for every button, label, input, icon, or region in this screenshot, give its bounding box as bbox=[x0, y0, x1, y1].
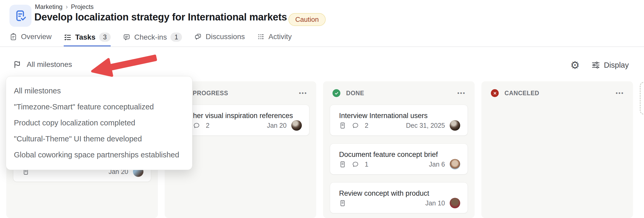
view-controls: ⚙ Display bbox=[570, 59, 629, 71]
assignee-avatar bbox=[450, 198, 460, 208]
project-logo bbox=[9, 5, 31, 27]
description-icon bbox=[339, 122, 346, 129]
column-done: DONE ••• Interview International users 2 bbox=[323, 81, 475, 218]
dropdown-item-product-copy[interactable]: Product copy localization completed bbox=[6, 115, 192, 131]
task-title: Document feature concept brief bbox=[339, 151, 459, 159]
flag-icon bbox=[13, 60, 22, 69]
assignee-avatar bbox=[450, 120, 460, 131]
task-title: her visual inspiration references bbox=[193, 112, 300, 120]
display-button-label: Display bbox=[604, 61, 629, 70]
task-title: Interview International users bbox=[339, 112, 459, 120]
tab-activity[interactable]: Activity bbox=[257, 33, 292, 45]
column-title: PROGRESS bbox=[193, 90, 228, 97]
breadcrumb-projects[interactable]: Projects bbox=[71, 3, 94, 10]
comment-bubble-icon bbox=[123, 33, 131, 41]
tab-overview-label: Overview bbox=[21, 33, 52, 41]
due-date: Jan 6 bbox=[429, 161, 445, 168]
task-card[interactable]: Document feature concept brief 1 Jan 6 bbox=[330, 143, 468, 174]
comments-icon bbox=[193, 122, 200, 129]
checklist-icon bbox=[64, 33, 72, 41]
tab-tasks[interactable]: Tasks 3 bbox=[64, 33, 111, 47]
breadcrumb: Marketing › Projects bbox=[35, 3, 94, 10]
column-menu-button[interactable]: ••• bbox=[299, 91, 307, 96]
display-button[interactable]: Display bbox=[591, 61, 629, 70]
done-check-icon bbox=[332, 89, 340, 97]
tab-checkins[interactable]: Check-ins 1 bbox=[123, 33, 182, 45]
tabs-divider bbox=[0, 46, 644, 47]
due-date: Dec 31, 2025 bbox=[406, 122, 445, 129]
breadcrumb-separator: › bbox=[66, 3, 68, 10]
comments-count: 2 bbox=[365, 122, 368, 129]
dropdown-item-all-milestones[interactable]: All milestones bbox=[6, 83, 192, 99]
milestone-filter-trigger[interactable]: All milestones bbox=[13, 60, 72, 69]
tab-overview[interactable]: Overview bbox=[9, 33, 52, 45]
comments-icon bbox=[352, 122, 359, 129]
page-title: Develop localization strategy for Intern… bbox=[34, 12, 287, 23]
column-title: CANCELED bbox=[505, 90, 539, 97]
comments-count: 1 bbox=[365, 161, 368, 168]
task-card[interactable]: Review concept with product Jan 10 bbox=[330, 182, 468, 213]
milestone-dropdown-menu: All milestones "Timezone-Smart" feature … bbox=[6, 76, 192, 170]
dropdown-item-timezone-smart[interactable]: "Timezone-Smart" feature conceptualized bbox=[6, 99, 192, 115]
task-card[interactable]: Interview International users 2 Dec 31, … bbox=[330, 105, 468, 136]
document-check-icon bbox=[13, 9, 28, 23]
sliders-icon bbox=[591, 61, 600, 70]
canceled-x-icon bbox=[491, 89, 499, 97]
due-date: Jan 20 bbox=[267, 122, 287, 129]
discussion-icon bbox=[194, 33, 202, 41]
breadcrumb-marketing[interactable]: Marketing bbox=[35, 3, 62, 10]
tab-checkins-label: Check-ins bbox=[134, 33, 167, 41]
column-title: DONE bbox=[346, 90, 364, 97]
milestone-filter-label: All milestones bbox=[27, 60, 72, 69]
due-date: Jan 10 bbox=[425, 199, 445, 207]
add-column-placeholder[interactable] bbox=[640, 82, 644, 115]
dropdown-item-global-coworking[interactable]: Global coworking space partnerships esta… bbox=[6, 147, 192, 163]
column-menu-button[interactable]: ••• bbox=[457, 91, 466, 96]
comments-icon bbox=[352, 161, 359, 168]
comments-count: 2 bbox=[206, 122, 210, 129]
column-done-header: DONE ••• bbox=[323, 81, 475, 98]
description-icon bbox=[339, 200, 346, 207]
assignee-avatar bbox=[450, 159, 460, 169]
dropdown-item-cultural-theme[interactable]: "Cultural-Theme" UI theme developed bbox=[6, 131, 192, 147]
activity-grid-icon bbox=[257, 33, 265, 41]
tab-tasks-label: Tasks bbox=[75, 33, 95, 41]
column-canceled: CANCELED ••• bbox=[481, 81, 633, 218]
tab-activity-label: Activity bbox=[269, 33, 292, 41]
annotation-arrow bbox=[89, 52, 159, 77]
column-menu-button[interactable]: ••• bbox=[616, 91, 624, 96]
description-icon bbox=[339, 161, 346, 168]
tasks-count-badge: 3 bbox=[99, 33, 111, 42]
task-title: Review concept with product bbox=[339, 189, 459, 198]
gear-icon[interactable]: ⚙ bbox=[570, 59, 580, 71]
column-canceled-header: CANCELED ••• bbox=[481, 81, 633, 98]
clipboard-icon bbox=[9, 33, 17, 41]
assignee-avatar bbox=[291, 120, 302, 131]
project-tasks-page: Marketing › Projects Develop localizatio… bbox=[0, 0, 644, 218]
status-badge-caution[interactable]: Caution bbox=[288, 13, 326, 26]
tab-discussions[interactable]: Discussions bbox=[194, 33, 245, 45]
tab-discussions-label: Discussions bbox=[206, 33, 245, 41]
checkins-count-badge: 1 bbox=[170, 33, 182, 42]
tab-bar: Overview Tasks 3 Check-ins 1 Discussions bbox=[9, 33, 292, 47]
